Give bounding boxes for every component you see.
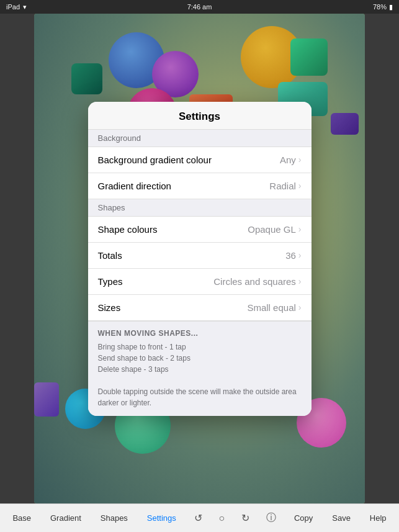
toolbar-settings[interactable]: Settings	[142, 511, 181, 525]
modal-title: Settings	[88, 102, 312, 130]
chevron-icon: ›	[298, 155, 302, 165]
wifi-icon: ▾	[23, 3, 27, 11]
chevron-icon: ›	[298, 250, 302, 260]
toolbar: Base Gradient Shapes Settings ↺ ○ ↻ ⓘ Co…	[0, 503, 399, 532]
toolbar-shapes[interactable]: Shapes	[96, 511, 133, 525]
toolbar-help[interactable]: Help	[365, 511, 392, 525]
info-text: Bring shape to front - 1 tap Send shape …	[98, 341, 302, 408]
toolbar-gradient[interactable]: Gradient	[45, 511, 86, 525]
row-types[interactable]: Types Circles and squares ›	[88, 269, 312, 295]
chevron-icon: ›	[298, 224, 302, 234]
row-totals[interactable]: Totals 36 ›	[88, 243, 312, 269]
row-bg-gradient-colour[interactable]: Background gradient colour Any ›	[88, 147, 312, 173]
modal-overlay: Settings Background Background gradient …	[0, 14, 399, 503]
toolbar-copy[interactable]: Copy	[289, 511, 318, 525]
undo-icon[interactable]: ↺	[191, 510, 206, 526]
section-header-background: Background	[88, 130, 312, 147]
status-bar: iPad ▾ 7:46 am 78% ▮	[0, 0, 399, 14]
row-shape-colours[interactable]: Shape colours Opaque GL ›	[88, 217, 312, 243]
status-left: iPad ▾	[6, 3, 27, 11]
chevron-icon: ›	[298, 181, 302, 191]
reset-icon[interactable]: ○	[215, 510, 229, 526]
toolbar-base[interactable]: Base	[7, 511, 36, 525]
chevron-icon: ›	[298, 302, 302, 312]
battery-label: 78%	[373, 3, 387, 11]
redo-icon[interactable]: ↻	[238, 510, 253, 526]
carrier-label: iPad	[6, 3, 20, 11]
status-time: 7:46 am	[187, 3, 212, 11]
section-header-shapes: Shapes	[88, 199, 312, 217]
info-title: WHEN MOVING SHAPES...	[98, 329, 302, 338]
row-sizes[interactable]: Sizes Small equal ›	[88, 295, 312, 321]
chevron-icon: ›	[298, 276, 302, 286]
toolbar-save[interactable]: Save	[327, 511, 356, 525]
info-icon[interactable]: ⓘ	[262, 509, 280, 527]
battery-icon: ▮	[389, 3, 393, 11]
row-gradient-direction[interactable]: Gradient direction Radial ›	[88, 173, 312, 199]
settings-modal: Settings Background Background gradient …	[88, 102, 312, 416]
status-right: 78% ▮	[373, 3, 393, 11]
info-section: WHEN MOVING SHAPES... Bring shape to fro…	[88, 321, 312, 416]
